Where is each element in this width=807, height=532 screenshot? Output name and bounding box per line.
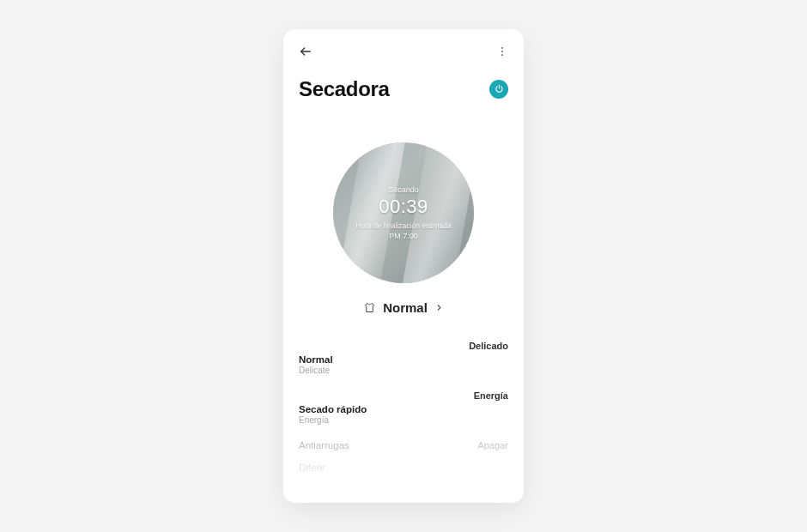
current-mode-label: Normal [383,300,428,315]
page-title: Secadora [299,77,390,101]
status-dial[interactable]: Secando 00:39 Hora de finalización estim… [333,142,474,283]
option-title: Secado rápido [299,404,508,414]
option-title: Antiarrugas [299,440,349,450]
option-title: Normal [299,354,508,365]
svg-point-2 [501,51,503,52]
svg-point-3 [501,54,503,56]
dial-eta-value: PM 7:00 [355,232,452,240]
power-icon [495,82,504,97]
options-list: Delicado Normal Delicate Energía Secado … [299,341,508,473]
option-row-normal[interactable]: Normal Delicate [299,354,508,375]
dial-eta-label: Hora de finalización estimada [355,221,452,230]
current-mode-row[interactable]: Normal [299,300,508,315]
title-row: Secadora [299,77,508,101]
app-screen: Secadora Secando 00:39 Hora de finalizac… [283,29,524,503]
power-button[interactable] [489,80,508,99]
option-title: Diferir [299,462,508,473]
option-tag-energia[interactable]: Energía [299,390,508,401]
option-row-antiarrugas[interactable]: Antiarrugas Apagar [299,440,508,450]
option-row-diferir[interactable]: Diferir [299,462,508,473]
option-value: Apagar [478,440,508,450]
chevron-right-icon [434,303,444,312]
dial-status-label: Secando [355,185,452,194]
option-tag-delicado[interactable]: Delicado [299,341,508,351]
option-subtitle: Energía [299,415,508,425]
svg-point-1 [501,47,503,49]
back-icon[interactable] [299,45,312,58]
status-dial-container: Secando 00:39 Hora de finalización estim… [299,142,508,283]
dial-text-group: Secando 00:39 Hora de finalización estim… [355,185,452,240]
option-row-secado-rapido[interactable]: Secado rápido Energía [299,404,508,425]
top-bar [299,41,508,62]
shirt-icon [363,301,376,314]
dial-time-remaining: 00:39 [355,196,452,218]
option-subtitle: Delicate [299,366,508,375]
more-menu-icon[interactable] [496,45,508,58]
